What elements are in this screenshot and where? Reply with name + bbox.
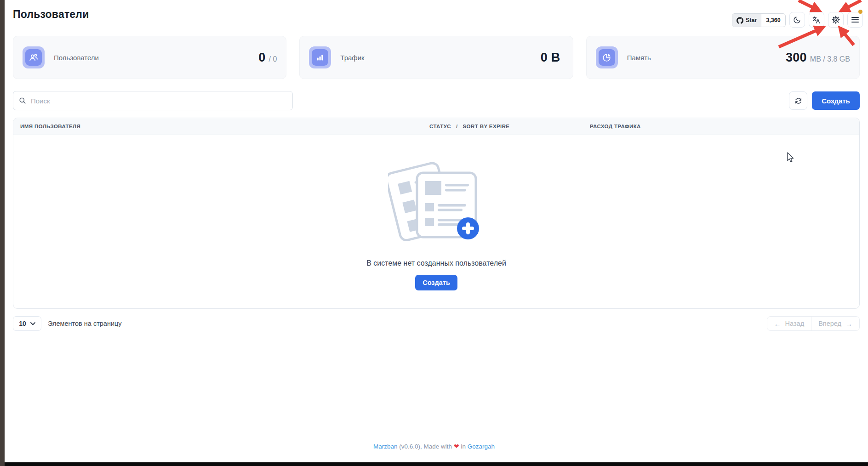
prev-page-button[interactable]: ← Назад bbox=[767, 317, 812, 330]
marzban-link[interactable]: Marzban bbox=[373, 443, 398, 450]
refresh-icon bbox=[794, 97, 802, 105]
gear-icon bbox=[831, 15, 840, 24]
pagination-bar: 10 Элементов на страницу ← Назад Вперед … bbox=[13, 316, 860, 331]
search-input[interactable] bbox=[13, 91, 293, 110]
table-empty-state: В системе нет созданных пользователей Со… bbox=[13, 135, 859, 290]
menu-icon bbox=[851, 16, 859, 23]
empty-state-message: В системе нет созданных пользователей bbox=[366, 259, 506, 267]
footer-in: in bbox=[461, 443, 466, 450]
translate-icon bbox=[812, 16, 821, 24]
footer-text: (v0.6.0), Made with bbox=[399, 443, 452, 450]
bottom-window-edge bbox=[5, 462, 868, 466]
column-username[interactable]: ИМЯ ПОЛЬЗОВАТЕЛЯ bbox=[13, 124, 429, 129]
stat-card-memory: Память 300 MB / 3.8 GB bbox=[586, 36, 860, 79]
footer: Marzban (v0.6.0), Made with ❤ in Gozarga… bbox=[5, 443, 863, 450]
column-sort-by-expire[interactable]: SORT BY EXPIRE bbox=[463, 124, 510, 129]
moon-icon bbox=[793, 16, 801, 24]
settings-button[interactable] bbox=[828, 12, 844, 28]
next-page-button[interactable]: Вперед → bbox=[811, 317, 859, 330]
empty-state-create-button[interactable]: Создать bbox=[415, 275, 457, 290]
users-icon bbox=[25, 49, 42, 66]
page-size-value: 10 bbox=[19, 320, 26, 327]
heart-icon: ❤ bbox=[454, 443, 459, 450]
bar-chart-icon bbox=[312, 49, 328, 66]
stat-label: Память bbox=[627, 54, 651, 62]
plus-circle-icon bbox=[457, 217, 479, 239]
menu-button[interactable] bbox=[847, 12, 863, 28]
per-page-label: Элементов на страницу bbox=[48, 320, 122, 327]
language-button[interactable] bbox=[809, 12, 824, 28]
stat-label: Трафик bbox=[340, 54, 364, 62]
topbar: Star 3,360 bbox=[732, 12, 863, 28]
table-header-row: ИМЯ ПОЛЬЗОВАТЕЛЯ СТАТУС / SORT BY EXPIRE… bbox=[13, 118, 859, 135]
stat-card-traffic: Трафик 0 B bbox=[299, 36, 573, 79]
column-traffic[interactable]: РАСХОД ТРАФИКА bbox=[590, 124, 641, 129]
left-arrow-icon: ← bbox=[774, 320, 781, 328]
users-table: ИМЯ ПОЛЬЗОВАТЕЛЯ СТАТУС / SORT BY EXPIRE… bbox=[13, 118, 860, 309]
next-page-label: Вперед bbox=[818, 320, 841, 327]
stat-suffix: MB / 3.8 GB bbox=[810, 55, 850, 63]
right-arrow-icon: → bbox=[845, 320, 852, 328]
refresh-button[interactable] bbox=[789, 91, 807, 110]
empty-documents-illustration bbox=[388, 159, 485, 241]
stat-value: 300 bbox=[786, 51, 807, 65]
create-user-button[interactable]: Создать bbox=[812, 91, 860, 110]
chevron-down-icon bbox=[30, 322, 35, 325]
column-status[interactable]: СТАТУС bbox=[429, 124, 451, 129]
github-star-count[interactable]: 3,360 bbox=[761, 14, 785, 27]
stat-value: 0 B bbox=[541, 51, 560, 65]
pie-chart-icon bbox=[599, 49, 615, 66]
stat-cards: Пользователи 0 / 0 Трафик 0 B Память 300… bbox=[13, 36, 860, 79]
page-title: Пользователи bbox=[13, 8, 89, 21]
pager-buttons: ← Назад Вперед → bbox=[767, 316, 860, 331]
stat-value: 0 bbox=[258, 51, 265, 65]
page-size-select[interactable]: 10 bbox=[13, 316, 41, 331]
dark-mode-button[interactable] bbox=[789, 12, 805, 28]
stat-card-users: Пользователи 0 / 0 bbox=[13, 36, 286, 79]
notification-dot bbox=[858, 10, 862, 14]
github-star-label: Star bbox=[746, 17, 757, 23]
github-star-button[interactable]: Star 3,360 bbox=[732, 13, 786, 27]
github-icon bbox=[737, 17, 743, 24]
prev-page-label: Назад bbox=[785, 320, 805, 327]
stat-label: Пользователи bbox=[54, 54, 99, 62]
gozargah-link[interactable]: Gozargah bbox=[468, 443, 495, 450]
stat-suffix: / 0 bbox=[269, 55, 277, 63]
search-icon bbox=[19, 97, 26, 104]
column-separator: / bbox=[456, 124, 458, 129]
left-window-edge bbox=[0, 0, 5, 466]
search-box bbox=[13, 91, 293, 110]
